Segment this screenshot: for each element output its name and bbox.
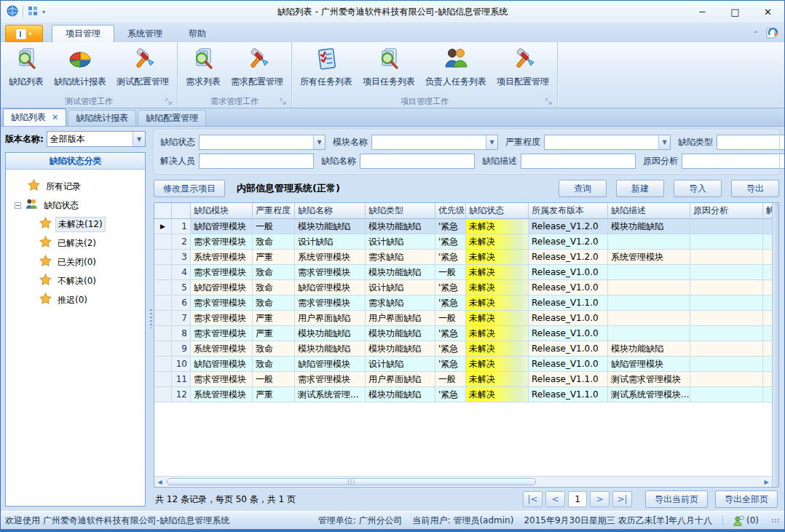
table-row[interactable]: 7需求管理模块严重用户界面缺陷用户界面缺陷一般未解决Release_V1.0.0	[154, 311, 772, 326]
cell-version[interactable]: Release_V1.1.0	[529, 372, 608, 387]
cell-priority[interactable]: 一般	[435, 265, 466, 280]
ribbon-button-需求列表[interactable]: 需求列表	[181, 44, 226, 89]
cell-priority[interactable]: '紧急	[435, 280, 466, 295]
dialog-launcher-icon[interactable]	[165, 98, 173, 106]
cell-version[interactable]: Release_V1.2.0	[529, 219, 608, 234]
cell-module[interactable]: 需求管理模块	[191, 372, 253, 387]
grid-column-header-缺陷名称[interactable]: 缺陷名称	[295, 203, 366, 219]
cell-priority[interactable]: '紧急	[435, 295, 466, 311]
ribbon-button-负责人任务列表[interactable]: 负责人任务列表	[420, 44, 492, 89]
cell-reason[interactable]	[690, 234, 763, 250]
filter-text-input[interactable]	[521, 154, 635, 168]
document-tab-缺陷列表[interactable]: 缺陷列表✕	[3, 108, 66, 126]
cell-module[interactable]: 系统管理模块	[191, 341, 253, 357]
cell-reason[interactable]	[690, 311, 763, 326]
scroll-left-icon[interactable]: ◀	[154, 477, 165, 487]
tree-item-已关闭(0)[interactable]: 已关闭(0)	[6, 253, 145, 271]
close-tab-icon[interactable]: ✕	[52, 113, 58, 122]
cell-module[interactable]: 需求管理模块	[191, 265, 253, 280]
grid-column-header-原因分析[interactable]: 原因分析	[690, 203, 763, 219]
tree-item-不解决(0)[interactable]: 不解决(0)	[6, 271, 145, 290]
grid-column-header-优先级[interactable]: 优先级	[435, 203, 466, 219]
ribbon-tab-项目管理[interactable]: 项目管理	[52, 25, 114, 42]
table-row[interactable]: 5缺陷管理模块致命缺陷管理模块设计缺陷'紧急未解决Release_V1.0.0	[154, 280, 772, 295]
ribbon-button-缺陷列表[interactable]: 缺陷列表	[4, 44, 49, 89]
last-page-button[interactable]: >|	[612, 491, 632, 507]
cell-priority[interactable]: '紧急	[435, 326, 466, 341]
row-selector-cell[interactable]	[154, 265, 172, 280]
cell-reason[interactable]	[690, 357, 763, 372]
ribbon-button-缺陷统计报表[interactable]: 缺陷统计报表	[49, 44, 111, 89]
app-globe-icon[interactable]	[7, 5, 18, 19]
filter-input-缺陷名称[interactable]	[360, 154, 475, 169]
action-button-新建[interactable]: 新建	[616, 180, 664, 197]
ribbon-tab-帮助[interactable]: 帮助	[175, 25, 219, 42]
filter-text-input[interactable]	[545, 135, 658, 149]
cell-desc[interactable]: 模块功能缺陷	[608, 341, 690, 357]
chevron-down-icon[interactable]: ▼	[313, 135, 325, 149]
grid-column-header-缺陷模块[interactable]: 缺陷模块	[191, 203, 253, 219]
cell-reason[interactable]	[690, 219, 763, 234]
dialog-launcher-icon[interactable]	[280, 98, 287, 106]
next-page-button[interactable]: >	[590, 491, 610, 507]
cell-type[interactable]: 模块功能缺陷	[366, 341, 435, 357]
cell-desc[interactable]	[608, 280, 690, 295]
cell-solution[interactable]	[763, 234, 772, 250]
help-style-icon[interactable]	[766, 26, 778, 41]
cell-severity[interactable]: 严重	[253, 250, 295, 265]
page-number-input[interactable]	[568, 491, 587, 507]
cell-severity[interactable]: 严重	[253, 326, 295, 341]
row-selector-cell[interactable]	[154, 357, 172, 372]
cell-name[interactable]: 模块功能缺陷	[295, 341, 366, 357]
ribbon-button-测试配置管理[interactable]: 测试配置管理	[111, 44, 174, 89]
grid-column-header-缺陷类型[interactable]: 缺陷类型	[366, 203, 435, 219]
action-button-导入[interactable]: 导入	[674, 180, 722, 197]
filter-input-缺陷描述[interactable]	[521, 154, 636, 169]
cell-name[interactable]: 缺陷管理模块	[295, 357, 366, 372]
horizontal-scroll-thumb[interactable]: |||	[167, 478, 536, 485]
cell-priority[interactable]: 一般	[435, 372, 466, 387]
cell-module[interactable]: 系统管理模块	[191, 387, 253, 402]
ribbon-button-项目配置管理[interactable]: 项目配置管理	[492, 44, 554, 89]
cell-name[interactable]: 需求管理模块	[295, 372, 366, 387]
cell-version[interactable]: Release_V1.0.0	[529, 341, 608, 357]
table-row[interactable]: 11需求管理模块一般需求管理模块用户界面缺陷一般未解决Release_V1.1.…	[154, 372, 772, 387]
tree-item-已解决(2)[interactable]: 已解决(2)	[6, 234, 145, 253]
vertical-scrollbar[interactable]	[772, 203, 778, 487]
cell-status[interactable]: 未解决	[466, 250, 529, 265]
filter-input-原因分析[interactable]	[682, 154, 785, 169]
filter-text-input[interactable]	[200, 154, 313, 168]
table-row[interactable]: 10缺陷管理模块致命缺陷管理模块设计缺陷'紧急未解决Release_V1.0.0…	[154, 357, 772, 372]
cell-priority[interactable]: '紧急	[435, 387, 466, 402]
cell-version[interactable]: Release_V1.0.0	[529, 357, 608, 372]
cell-type[interactable]: 设计缺陷	[366, 280, 435, 295]
cell-status[interactable]: 未解决	[466, 372, 529, 387]
chevron-down-icon[interactable]: ▼	[486, 135, 497, 149]
grid-column-header-严重程度[interactable]: 严重程度	[253, 203, 295, 219]
cell-name[interactable]: 需求管理模块	[295, 265, 366, 280]
filter-text-input[interactable]	[717, 135, 785, 149]
cell-severity[interactable]: 致命	[253, 280, 295, 295]
collapse-ribbon-icon[interactable]: ⌃	[753, 30, 759, 38]
filter-combobox-模块名称[interactable]: ▼	[371, 135, 498, 150]
table-row[interactable]: 2需求管理模块致命设计缺陷设计缺陷'紧急未解决Release_V1.2.0	[154, 234, 772, 250]
row-selector-cell[interactable]	[154, 326, 172, 341]
table-row[interactable]: 3系统管理模块严重系统管理模块需求缺陷'紧急未解决Release_V1.2.0系…	[154, 250, 772, 265]
cell-name[interactable]: 系统管理模块	[295, 250, 366, 265]
cell-priority[interactable]: '紧急	[435, 219, 466, 234]
cell-status[interactable]: 未解决	[466, 357, 529, 372]
action-button-导出[interactable]: 导出	[731, 180, 779, 197]
filter-input-解决人员[interactable]	[199, 154, 314, 169]
cell-solution[interactable]	[763, 372, 772, 387]
cell-solution[interactable]	[763, 326, 772, 341]
cell-type[interactable]: 模块功能缺陷	[366, 387, 435, 402]
row-selector-cell[interactable]	[154, 280, 172, 295]
cell-module[interactable]: 缺陷管理模块	[191, 280, 253, 295]
filter-combobox-缺陷状态[interactable]: ▼	[199, 135, 326, 150]
row-selector-cell[interactable]	[154, 295, 172, 311]
row-selector-cell[interactable]	[154, 234, 172, 250]
cell-version[interactable]: Release_V1.0.0	[529, 280, 608, 295]
prev-page-button[interactable]: <	[545, 491, 565, 507]
cell-reason[interactable]	[690, 250, 763, 265]
grid-column-header-解决[interactable]: 解决	[763, 203, 772, 219]
